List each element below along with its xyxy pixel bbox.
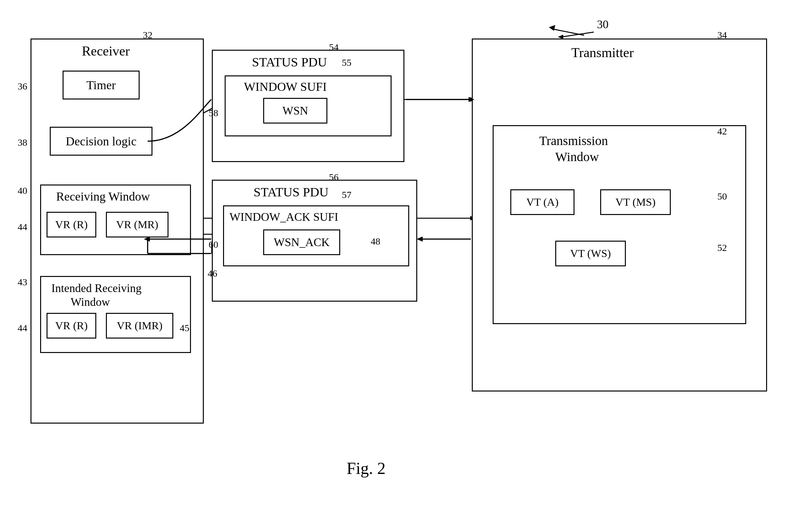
ref-30-arrow [546, 10, 610, 42]
ref-48: 48 [371, 236, 380, 247]
svg-line-8 [562, 32, 594, 37]
vt-a-box: VT (A) [510, 189, 575, 215]
ref-43: 43 [18, 277, 27, 288]
transmission-window-label1: Transmission [539, 133, 608, 148]
window-sufi-label: WINDOW SUFI [244, 80, 327, 94]
ref-44-left: 44 [18, 222, 27, 232]
status-pdu-top-label: STATUS PDU [252, 55, 327, 69]
ref-60: 60 [209, 239, 218, 250]
vr-r-box1: VR (R) [47, 212, 96, 237]
ref-32: 32 [143, 30, 152, 40]
transmission-window-label2: Window [555, 149, 599, 164]
vt-ms-label: VT (MS) [616, 196, 656, 208]
wsn-box: WSN [263, 98, 327, 123]
intended-receiving-window-label2: Window [70, 295, 110, 309]
ref-38: 38 [18, 137, 27, 148]
transmission-window-box [493, 125, 746, 324]
receiver-label: Receiver [82, 43, 130, 59]
ref-40: 40 [18, 185, 27, 196]
vt-a-label: VT (A) [526, 196, 558, 208]
ref-34: 34 [717, 30, 727, 40]
vt-ws-box: VT (WS) [555, 241, 626, 266]
figure-label: Fig. 2 [347, 459, 385, 478]
intended-receiving-window-label1: Intended Receiving [51, 281, 142, 295]
vt-ws-label: VT (WS) [570, 248, 611, 260]
window-ack-sufi-label: WINDOW_ACK SUFI [230, 210, 338, 224]
wsn-label: WSN [283, 104, 308, 117]
vr-r-box2: VR (R) [47, 313, 96, 339]
timer-box: Timer [63, 70, 140, 99]
decision-logic-box: Decision logic [50, 127, 152, 155]
svg-marker-9 [558, 35, 563, 39]
ref-55: 55 [342, 57, 351, 68]
ref-42: 42 [717, 126, 727, 137]
ref-50: 50 [717, 191, 727, 202]
vr-mr-box: VR (MR) [106, 212, 169, 237]
wsn-ack-box: WSN_ACK [263, 229, 340, 255]
ref-52: 52 [717, 242, 727, 253]
receiving-window-label: Receiving Window [56, 189, 150, 203]
ref-44-left2: 44 [18, 322, 27, 334]
ref-46: 46 [208, 268, 217, 279]
timer-label: Timer [86, 78, 116, 92]
ref-45: 45 [180, 322, 190, 334]
transmitter-label: Transmitter [571, 45, 634, 60]
vr-r-label1: VR (R) [55, 219, 88, 231]
status-pdu-bottom-label: STATUS PDU [254, 184, 329, 200]
vt-ms-box: VT (MS) [600, 189, 671, 215]
diagram-container: Receiver 32 Timer 36 Decision logic 38 R… [0, 0, 812, 516]
wsn-ack-label: WSN_ACK [274, 235, 329, 249]
vr-r-label2: VR (R) [55, 320, 88, 332]
ref-58: 58 [209, 108, 218, 118]
vr-imr-label: VR (IMR) [117, 320, 163, 332]
ref-57: 57 [342, 189, 351, 200]
ref-36: 36 [18, 81, 27, 92]
vr-mr-label: VR (MR) [116, 219, 158, 231]
vr-imr-box: VR (IMR) [106, 313, 173, 339]
ref-56: 56 [329, 172, 339, 182]
decision-logic-label: Decision logic [66, 134, 137, 148]
svg-marker-13 [416, 236, 423, 241]
ref-54: 54 [329, 42, 339, 53]
